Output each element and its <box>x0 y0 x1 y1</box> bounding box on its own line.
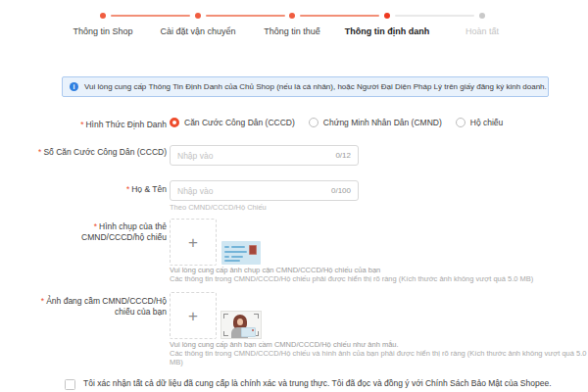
step-label: Thông tin Shop <box>49 26 157 37</box>
step-label: Thông tin thuế <box>238 26 346 37</box>
radio-selected-icon <box>170 118 179 127</box>
input-placeholder: Nhập vào <box>177 186 213 196</box>
step-dot-icon <box>100 13 106 19</box>
step-tax-info[interactable]: Thông tin thuế <box>238 13 346 37</box>
sample-id-card-image <box>221 241 261 265</box>
step-label: Thông tin định danh <box>333 26 441 37</box>
id-photo-upload-button[interactable]: + <box>170 219 217 266</box>
char-counter: 0/100 <box>331 186 351 195</box>
id-type-radio-group: Căn Cước Công Dân (CCCD) Chứng Minh Nhân… <box>170 118 503 127</box>
step-label: Hoàn tất <box>428 26 536 37</box>
info-banner: i Vui lòng cung cấp Thông Tin Định Danh … <box>62 76 549 97</box>
info-banner-text: Vui lòng cung cấp Thông Tin Định Danh củ… <box>84 82 547 91</box>
selfie-photo-hint2: Các thông tin trong CMND/CCCD/Hộ chiếu v… <box>170 349 588 367</box>
radio-label: Căn Cước Công Dân (CCCD) <box>184 118 295 127</box>
plus-icon: + <box>188 234 198 251</box>
step-dot-icon <box>384 13 390 19</box>
id-photo-hint2: Các thông tin trong CMND/CCCD/Hộ chiếu p… <box>170 274 533 283</box>
id-number-input[interactable]: Nhập vào 0/12 <box>170 145 359 166</box>
step-dot-icon <box>195 13 201 19</box>
radio-label: Chứng Minh Nhân Dân (CMND) <box>323 118 442 127</box>
radio-passport[interactable]: Hộ chiếu <box>456 118 504 127</box>
sample-selfie-image <box>220 311 262 339</box>
id-card-emblem-icon <box>249 245 257 255</box>
step-dot-icon <box>289 13 295 19</box>
id-photo-hint1: Vui lòng cung cấp ảnh chụp cận CMND/CCCD… <box>170 266 380 274</box>
radio-unselected-icon <box>309 118 318 127</box>
step-dot-icon <box>479 13 485 19</box>
radio-cmnd[interactable]: Chứng Minh Nhân Dân (CMND) <box>309 118 442 127</box>
required-mark: * <box>38 147 41 157</box>
selfie-photo-hint1: Vui lòng cung cấp ảnh bạn cầm CMND/CCCD/… <box>170 340 399 349</box>
char-counter: 0/12 <box>335 151 351 160</box>
full-name-hint: Theo CMND/CCCD/Hộ Chiếu <box>170 203 267 212</box>
input-placeholder: Nhập vào <box>177 151 213 161</box>
plus-icon: + <box>188 308 198 324</box>
id-number-label: *Số Căn Cước Công Dân (CCCD) <box>37 147 167 158</box>
step-identity-info[interactable]: Thông tin định danh <box>333 13 441 37</box>
selfie-photo-upload-button[interactable]: + <box>170 292 217 339</box>
full-name-label: *Họ & Tên <box>37 184 167 195</box>
step-complete: Hoàn tất <box>428 13 536 37</box>
confirm-checkbox[interactable] <box>65 379 75 390</box>
full-name-input[interactable]: Nhập vào 0/100 <box>170 180 359 201</box>
confirm-text: Tôi xác nhận tất cả dữ liệu đã cung cấp … <box>83 378 552 389</box>
radio-cccd[interactable]: Căn Cước Công Dân (CCCD) <box>170 118 295 127</box>
required-mark: * <box>80 120 83 129</box>
step-label: Cài đặt vận chuyển <box>144 26 252 37</box>
id-photo-label: *Hình chụp của thẻ CMND/CCCD/hộ chiếu <box>37 221 167 242</box>
info-icon: i <box>70 82 78 91</box>
registration-stepper: Thông tin Shop Cài đặt vận chuyển Thông … <box>0 0 588 49</box>
required-mark: * <box>126 184 129 194</box>
required-mark: * <box>94 221 97 231</box>
selfie-photo-label: *Ảnh đang cầm CMND/CCCD/Hộ chiếu của bạn <box>37 296 167 317</box>
radio-label: Hộ chiếu <box>470 118 504 127</box>
id-type-label: *Hình Thức Định Danh <box>37 120 167 130</box>
step-shop-info[interactable]: Thông tin Shop <box>49 13 157 37</box>
radio-unselected-icon <box>456 118 466 127</box>
required-mark: * <box>41 296 44 306</box>
step-shipping-settings[interactable]: Cài đặt vận chuyển <box>144 13 252 37</box>
confirm-row: Tôi xác nhận tất cả dữ liệu đã cung cấp … <box>65 378 552 390</box>
